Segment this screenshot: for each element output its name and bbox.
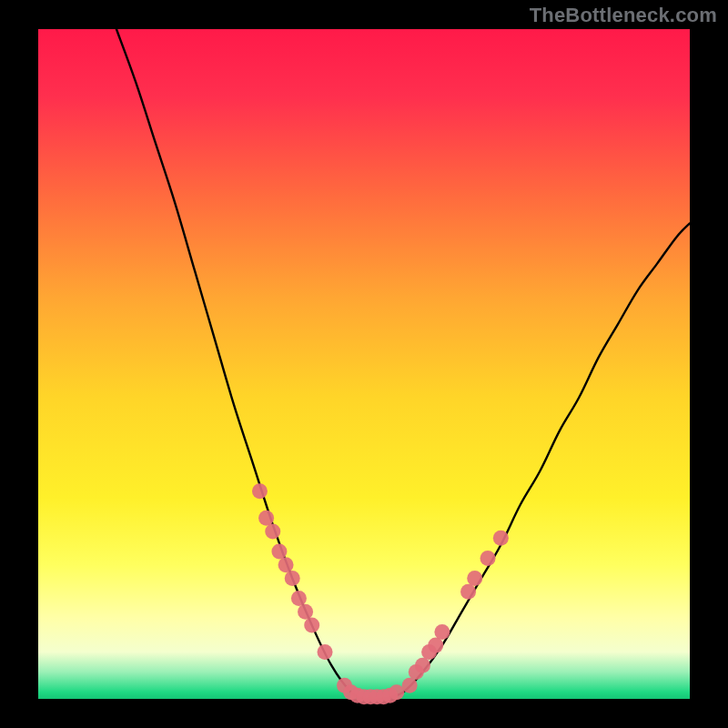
data-dot-left: [291, 591, 307, 606]
data-dot-right: [467, 571, 482, 586]
data-dot-left: [304, 618, 319, 633]
watermark-text: TheBottleneck.com: [530, 4, 717, 27]
gradient-background: [38, 29, 690, 699]
data-dot-left: [318, 644, 333, 660]
data-dot-right: [493, 531, 509, 546]
chart-frame: TheBottleneck.com: [0, 0, 728, 728]
data-dot-right: [460, 584, 476, 600]
bottom-black-strip: [38, 703, 690, 728]
plot-area: [38, 29, 690, 728]
data-dot-left: [278, 557, 294, 572]
data-dot-right: [480, 551, 496, 566]
bottleneck-chart: [0, 0, 728, 728]
data-dot-left: [258, 511, 274, 526]
data-dot-left: [252, 483, 268, 499]
data-dot-left: [298, 604, 313, 620]
data-dot-right: [402, 678, 418, 693]
data-dot-right: [434, 624, 450, 640]
data-dot-left: [285, 571, 300, 586]
data-dot-left: [271, 544, 287, 560]
data-dot-left: [265, 524, 280, 540]
data-dot-right: [415, 658, 430, 673]
data-dot-right: [428, 638, 443, 653]
